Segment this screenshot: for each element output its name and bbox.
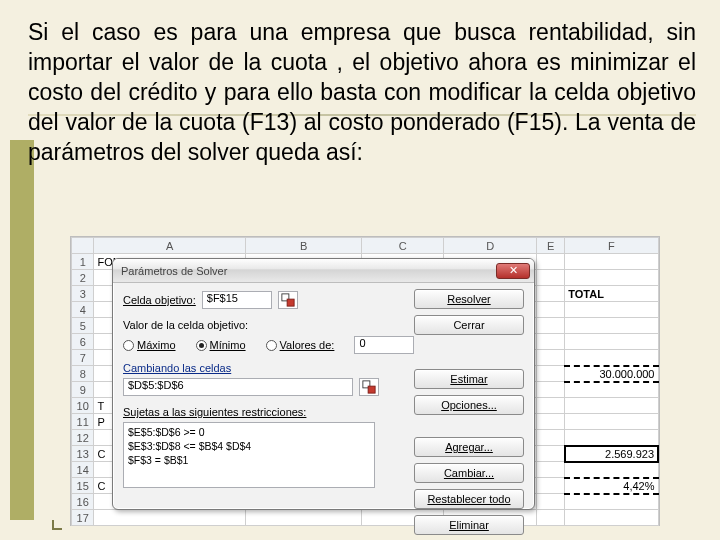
svg-rect-3 — [368, 386, 375, 393]
changing-cells-input[interactable]: $D$5:$D$6 — [123, 378, 353, 396]
radio-min[interactable]: Mínimo — [196, 339, 246, 351]
row-1[interactable]: 1 — [72, 254, 94, 270]
reset-button[interactable]: Restablecer todo — [414, 489, 524, 509]
row-11[interactable]: 11 — [72, 414, 94, 430]
change-constraint-button[interactable]: Cambiar... — [414, 463, 524, 483]
row-4[interactable]: 4 — [72, 302, 94, 318]
row-3[interactable]: 3 — [72, 286, 94, 302]
row-14[interactable]: 14 — [72, 462, 94, 478]
row-15[interactable]: 15 — [72, 478, 94, 494]
col-A[interactable]: A — [94, 238, 246, 254]
cell-F15[interactable]: 4,42% — [565, 478, 658, 494]
value-of-input[interactable]: 0 — [354, 336, 414, 354]
row-13[interactable]: 13 — [72, 446, 94, 462]
row-7[interactable]: 7 — [72, 350, 94, 366]
row-17[interactable]: 17 — [72, 510, 94, 526]
solver-dialog: Parámetros de Solver ✕ Celda objetivo: $… — [112, 258, 535, 510]
slide-corner-icon — [52, 520, 62, 530]
col-B[interactable]: B — [245, 238, 362, 254]
svg-rect-1 — [287, 299, 294, 306]
constraints-list[interactable]: $E$5:$D$6 >= 0 $E$3:$D$8 <= $B$4 $D$4 $F… — [123, 422, 375, 488]
close-button2[interactable]: Cerrar — [414, 315, 524, 335]
target-cell-input[interactable]: $F$15 — [202, 291, 272, 309]
range-picker-icon[interactable] — [359, 378, 379, 396]
row-16[interactable]: 16 — [72, 494, 94, 510]
cell-F8[interactable]: 30.000.000 — [565, 366, 658, 382]
row-12[interactable]: 12 — [72, 430, 94, 446]
dialog-title: Parámetros de Solver — [121, 265, 227, 277]
add-constraint-button[interactable]: Agregar... — [414, 437, 524, 457]
range-picker-icon[interactable] — [278, 291, 298, 309]
delete-constraint-button[interactable]: Eliminar — [414, 515, 524, 535]
col-F[interactable]: F — [565, 238, 658, 254]
row-10[interactable]: 10 — [72, 398, 94, 414]
total-label: TOTAL — [568, 288, 604, 300]
close-icon: ✕ — [509, 264, 518, 277]
col-D[interactable]: D — [444, 238, 537, 254]
estimate-button[interactable]: Estimar — [414, 369, 524, 389]
col-C[interactable]: C — [362, 238, 444, 254]
row-8[interactable]: 8 — [72, 366, 94, 382]
row-5[interactable]: 5 — [72, 318, 94, 334]
close-button[interactable]: ✕ — [496, 263, 530, 279]
select-all-cell[interactable] — [72, 238, 94, 254]
dialog-titlebar[interactable]: Parámetros de Solver ✕ — [113, 259, 534, 283]
row-2[interactable]: 2 — [72, 270, 94, 286]
row-9[interactable]: 9 — [72, 382, 94, 398]
target-cell-label: Celda objetivo: — [123, 294, 196, 306]
cell-F13[interactable]: 2.569.923 — [565, 446, 658, 462]
radio-valueof[interactable]: Valores de: — [266, 339, 335, 351]
solve-button[interactable]: Resolver — [414, 289, 524, 309]
row-6[interactable]: 6 — [72, 334, 94, 350]
intro-paragraph: Si el caso es para una empresa que busca… — [28, 18, 696, 167]
radio-max[interactable]: Máximo — [123, 339, 176, 351]
col-E[interactable]: E — [537, 238, 565, 254]
